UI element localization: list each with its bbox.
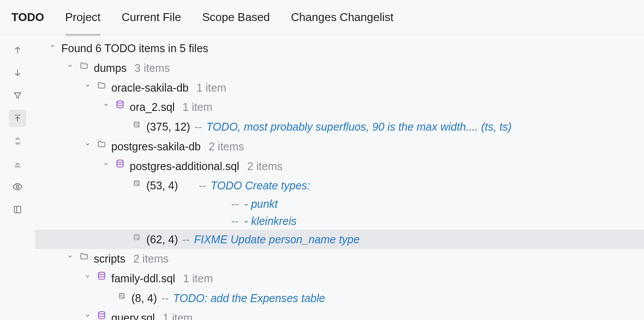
folder-icon	[96, 138, 107, 150]
svg-rect-11	[135, 185, 137, 186]
todo-tree: Found 6 TODO items in 5 files dumps 3 it…	[35, 35, 644, 320]
svg-rect-13	[135, 235, 138, 236]
comment-dash: --	[161, 290, 169, 307]
chevron-down-icon[interactable]	[83, 309, 92, 320]
file-name: postgres-additional.sql	[130, 158, 239, 175]
database-icon	[96, 270, 107, 282]
todo-item-icon	[117, 290, 127, 302]
chevron-down-icon[interactable]	[102, 158, 110, 170]
folder-icon	[79, 60, 89, 72]
database-icon	[96, 309, 107, 320]
arrow-up-icon[interactable]	[9, 41, 26, 59]
database-icon	[115, 99, 125, 111]
folder-row-postgres-sakila-db[interactable]: postgres-sakila-db 2 items	[35, 137, 644, 156]
filter-icon[interactable]	[9, 87, 26, 104]
comment-dash: --	[231, 198, 242, 210]
todo-comment: TODO, most probably superfluos, 90 is th…	[206, 118, 512, 135]
folder-row-oracle-sakila-db[interactable]: oracle-sakila-db 1 item	[35, 78, 644, 98]
todo-item-row[interactable]: (8, 4) -- TODO: add the Expenses table	[35, 288, 644, 308]
svg-rect-6	[135, 126, 137, 127]
todo-item-icon	[131, 231, 142, 243]
folder-name: postgres-sakila-db	[111, 138, 201, 155]
folder-icon	[79, 250, 89, 263]
svg-point-0	[16, 185, 19, 188]
chevron-down-icon[interactable]	[102, 99, 110, 111]
tab-current-file[interactable]: Current File	[122, 11, 181, 24]
svg-rect-14	[135, 237, 138, 238]
todo-item-icon	[131, 177, 142, 189]
layout-icon[interactable]	[9, 201, 26, 218]
file-row-postgres-additional[interactable]: postgres-additional.sql 2 items	[35, 156, 644, 176]
todo-position: (375, 12)	[146, 118, 190, 135]
item-count: 3 items	[134, 60, 170, 77]
file-name: family-ddl.sql	[111, 270, 175, 287]
item-count: 1 item	[183, 99, 212, 116]
file-name: query.sql	[111, 309, 155, 320]
folder-icon	[96, 79, 107, 92]
todo-item-row[interactable]: (53, 4) -- TODO Create types:	[35, 176, 644, 196]
todo-comment-extra: -- - kleinkreis	[35, 213, 644, 230]
database-icon	[115, 158, 125, 170]
svg-rect-19	[120, 296, 124, 297]
file-row-family-ddl[interactable]: family-ddl.sql 1 item	[35, 269, 644, 288]
svg-rect-20	[120, 297, 122, 298]
folder-row-dumps[interactable]: dumps 3 items	[35, 58, 644, 78]
todo-position: (62, 4)	[146, 231, 178, 248]
folder-name: dumps	[94, 60, 127, 77]
item-count: 2 items	[133, 250, 169, 267]
todo-comment: TODO Create types:	[211, 177, 310, 194]
panel-title: TODO	[11, 11, 44, 24]
svg-rect-9	[135, 182, 138, 183]
todo-item-row[interactable]: (375, 12) -- TODO, most probably superfl…	[35, 117, 644, 137]
todo-item-icon	[131, 118, 142, 131]
file-row-ora2[interactable]: ora_2.sql 1 item	[35, 97, 644, 117]
comment-dash: --	[231, 215, 242, 227]
svg-rect-4	[135, 123, 138, 124]
chevron-down-icon[interactable]	[83, 79, 92, 92]
chevron-down-icon[interactable]	[66, 60, 74, 72]
folder-name: oracle-sakila-db	[111, 79, 188, 96]
chevron-down-icon[interactable]	[66, 250, 74, 263]
item-count: 2 items	[247, 158, 283, 175]
tool-sidebar	[0, 35, 35, 320]
tab-scope-based[interactable]: Scope Based	[202, 11, 270, 24]
svg-rect-18	[120, 294, 124, 295]
file-row-query[interactable]: query.sql 1 item	[35, 308, 644, 320]
file-name: ora_2.sql	[130, 99, 175, 116]
comment-dash: --	[182, 231, 190, 248]
comment-dash: --	[195, 118, 202, 135]
svg-rect-1	[14, 206, 21, 213]
folder-name: scripts	[94, 250, 125, 267]
panel-header: TODO Project Current File Scope Based Ch…	[0, 0, 644, 35]
svg-point-16	[99, 272, 105, 275]
collapse-icon[interactable]	[9, 110, 26, 127]
summary-text: Found 6 TODO items in 5 files	[61, 40, 208, 57]
chevron-down-icon[interactable]	[83, 138, 92, 150]
item-count: 1 item	[196, 79, 226, 96]
svg-point-21	[99, 311, 105, 314]
panel-body: Found 6 TODO items in 5 files dumps 3 it…	[0, 35, 644, 320]
arrow-down-icon[interactable]	[9, 64, 26, 82]
close-panel-icon[interactable]	[9, 155, 26, 173]
tab-project[interactable]: Project	[65, 11, 101, 24]
comment-dash: --	[199, 177, 206, 194]
todo-position: (53, 4)	[146, 177, 195, 194]
tab-changes-changelist[interactable]: Changes Changelist	[291, 11, 393, 24]
chevron-down-icon[interactable]	[83, 270, 92, 282]
svg-rect-10	[135, 183, 138, 184]
todo-position: (8, 4)	[131, 290, 157, 307]
tree-summary-row[interactable]: Found 6 TODO items in 5 files	[35, 39, 644, 58]
sort-icon[interactable]	[9, 132, 26, 150]
svg-point-2	[117, 101, 124, 103]
item-count: 2 items	[209, 138, 244, 155]
item-count: 1 item	[183, 270, 213, 287]
todo-comment: TODO: add the Expenses table	[173, 290, 325, 307]
todo-item-row[interactable]: (62, 4) -- FIXME Update person_name type	[35, 230, 644, 249]
todo-comment: FIXME Update person_name type	[194, 231, 360, 248]
preview-icon[interactable]	[9, 178, 26, 196]
item-count: 1 item	[163, 309, 193, 320]
svg-point-7	[117, 160, 124, 162]
chevron-down-icon[interactable]	[48, 40, 57, 52]
folder-row-scripts[interactable]: scripts 2 items	[35, 249, 644, 269]
svg-rect-5	[135, 124, 138, 125]
